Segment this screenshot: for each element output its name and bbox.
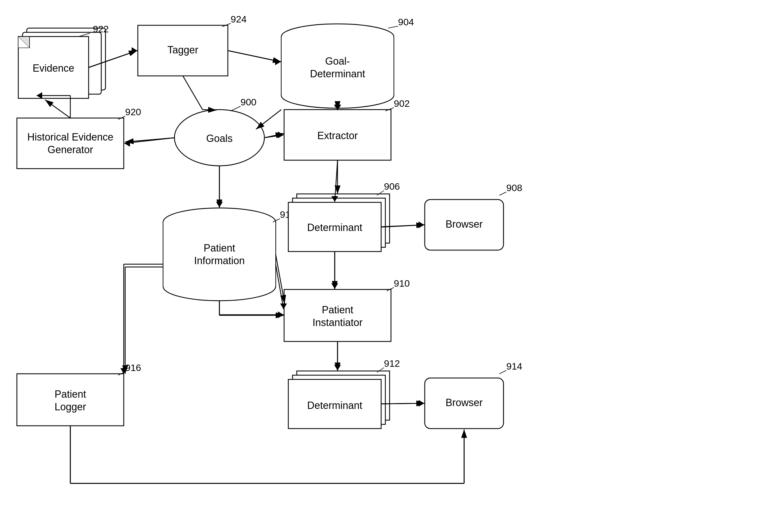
det-lower-ref: 912 xyxy=(384,358,400,369)
svg-line-109 xyxy=(256,110,281,129)
svg-line-15 xyxy=(231,106,241,111)
hist-ev-label1: Historical Evidence xyxy=(27,131,113,143)
svg-marker-59 xyxy=(124,140,130,147)
patient-logger-label1: Patient xyxy=(55,388,86,400)
patient-logger-ref: 916 xyxy=(125,362,141,373)
patient-info-label1: Patient xyxy=(204,242,235,254)
goals-label: Goals xyxy=(206,132,233,144)
det-lower-label: Determinant xyxy=(307,400,362,411)
goal-det-ref: 904 xyxy=(398,16,414,27)
svg-line-88 xyxy=(228,51,281,62)
tagger-ref: 924 xyxy=(231,14,247,24)
svg-line-91 xyxy=(125,138,175,142)
hist-ev-label2: Generator xyxy=(48,144,93,155)
evidence-label: Evidence xyxy=(33,62,74,74)
svg-rect-24 xyxy=(163,222,275,287)
tagger-label: Tagger xyxy=(167,44,198,56)
svg-line-39 xyxy=(499,370,506,374)
det-upper-label: Determinant xyxy=(307,222,362,233)
browser-upper-label: Browser xyxy=(446,218,483,230)
diagram-container: Evidence 922 Tagger 924 Goal- Determinan… xyxy=(0,0,780,532)
browser-lower-label: Browser xyxy=(446,397,483,408)
patient-info-label2: Information xyxy=(194,255,245,266)
det-upper-ref: 906 xyxy=(384,181,400,192)
patient-logger-label2: Logger xyxy=(55,401,86,413)
browser-upper-ref: 908 xyxy=(506,182,522,193)
svg-line-68 xyxy=(276,264,284,309)
svg-line-93 xyxy=(183,76,202,110)
svg-line-101 xyxy=(382,403,425,404)
goals-ref: 900 xyxy=(241,97,256,107)
browser-lower-ref: 914 xyxy=(506,361,522,372)
svg-line-94 xyxy=(202,110,216,110)
svg-marker-85 xyxy=(278,311,284,318)
patient-inst-label1: Patient xyxy=(322,304,353,316)
svg-line-99 xyxy=(276,254,285,304)
patient-inst-ref: 910 xyxy=(394,278,410,288)
svg-rect-18 xyxy=(17,118,124,169)
extractor-ref: 902 xyxy=(394,98,410,109)
hist-ev-ref: 920 xyxy=(125,107,141,117)
goal-determinant-label: Goal- xyxy=(325,55,350,67)
svg-line-92 xyxy=(45,100,70,118)
goal-determinant-label2: Determinant xyxy=(310,68,365,79)
svg-line-13 xyxy=(388,26,398,28)
extractor-label: Extractor xyxy=(317,130,358,141)
svg-line-31 xyxy=(499,192,506,195)
evidence-ref: 922 xyxy=(93,23,109,34)
patient-inst-label2: Instantiator xyxy=(312,317,362,328)
